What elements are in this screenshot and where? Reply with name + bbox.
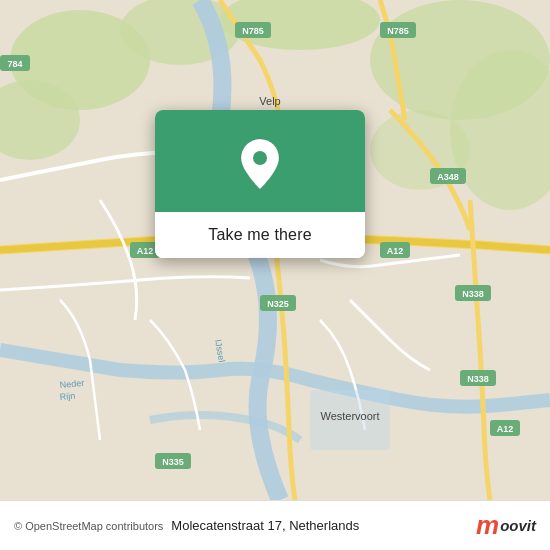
svg-text:A12: A12 — [137, 246, 154, 256]
svg-text:N335: N335 — [162, 457, 184, 467]
popup-green-area — [155, 110, 365, 212]
svg-point-39 — [253, 151, 267, 165]
location-pin-icon — [239, 138, 281, 190]
svg-text:A12: A12 — [387, 246, 404, 256]
svg-text:Westervoort: Westervoort — [320, 410, 379, 422]
svg-text:A348: A348 — [437, 172, 459, 182]
map-container: N785 N785 A12 A12 A348 N325 N338 N338 N3… — [0, 0, 550, 500]
svg-text:N338: N338 — [467, 374, 489, 384]
moovit-logo: m oovit — [476, 510, 536, 541]
svg-text:A12: A12 — [497, 424, 514, 434]
svg-text:N785: N785 — [387, 26, 409, 36]
svg-text:Velp: Velp — [259, 95, 280, 107]
svg-text:784: 784 — [7, 59, 22, 69]
take-me-there-button[interactable]: Take me there — [155, 212, 365, 258]
svg-text:Neder: Neder — [59, 378, 84, 390]
svg-text:N338: N338 — [462, 289, 484, 299]
bottom-bar: © OpenStreetMap contributors Molecatenst… — [0, 500, 550, 550]
svg-text:N785: N785 — [242, 26, 264, 36]
moovit-m-letter: m — [476, 510, 498, 541]
copyright-text: © OpenStreetMap contributors — [14, 520, 163, 532]
bottom-left-section: © OpenStreetMap contributors — [14, 520, 163, 532]
address-label: Molecatenstraat 17, Netherlands — [171, 518, 476, 533]
popup-card: Take me there — [155, 110, 365, 258]
moovit-text: oovit — [500, 517, 536, 534]
svg-text:Rijn: Rijn — [59, 391, 75, 402]
svg-text:N325: N325 — [267, 299, 289, 309]
